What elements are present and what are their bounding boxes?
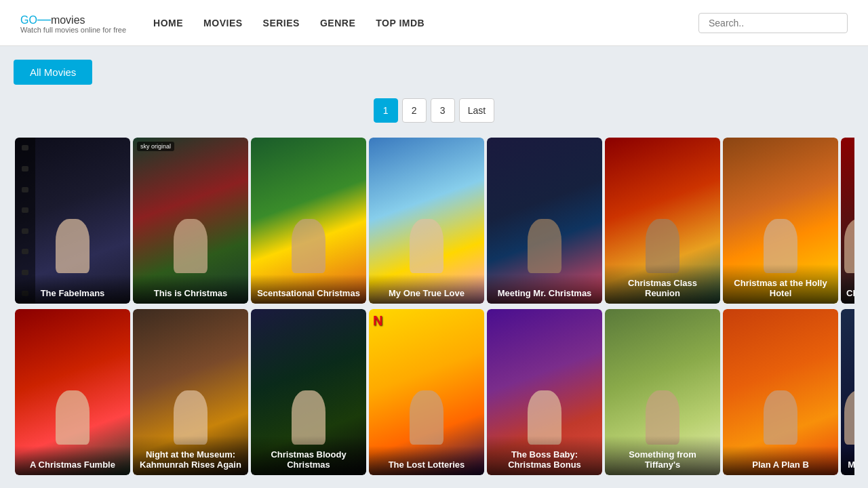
movie-card-kahmunrah-rises[interactable]: Night at the Museum: Kahmunrah Rises Aga… (133, 309, 248, 475)
movie-card-lost-lotteries[interactable]: NThe Lost Lotteries (369, 309, 484, 475)
movie-card-something-tiffanys[interactable]: Something from Tiffany's (605, 309, 720, 475)
movie-title-christmas-bloody: Christmas Bloody Christmas (251, 436, 366, 475)
all-movies-button[interactable]: All Movies (14, 60, 92, 85)
movie-card-my-one-true-love[interactable]: My One True Love (369, 138, 484, 304)
movie-card-partial-1[interactable]: Chris... (841, 138, 854, 304)
movie-grid: The Fabelmanssky originalThis is Christm… (14, 136, 854, 479)
movie-title-boss-baby-christmas: The Boss Baby: Christmas Bonus (487, 436, 602, 475)
movie-row-1: A Christmas FumbleNight at the Museum: K… (14, 308, 854, 476)
movie-title-something-tiffanys: Something from Tiffany's (605, 436, 720, 475)
page-2-button[interactable]: 2 (402, 98, 427, 123)
movie-title-partial-1: Chris... (841, 274, 854, 304)
sky-original-badge: sky original (137, 142, 174, 151)
nav-genre[interactable]: GENRE (320, 18, 355, 28)
movie-title-meeting-mr-christmas: Meeting Mr. Christmas (487, 274, 602, 304)
nav-series[interactable]: SERIES (263, 18, 300, 28)
movie-card-partial-2[interactable]: Mick... (841, 309, 854, 475)
page-last-button[interactable]: Last (459, 98, 494, 123)
movie-title-christmas-holly-hotel: Christmas at the Holly Hotel (723, 264, 838, 304)
header: GO—movies Watch full movies online for f… (0, 0, 868, 46)
movie-title-christmas-class-reunion: Christmas Class Reunion (605, 264, 720, 304)
nav-movies[interactable]: MOVIES (203, 18, 242, 28)
page-1-button[interactable]: 1 (374, 98, 398, 123)
netflix-badge: N (373, 313, 382, 329)
movie-card-boss-baby-christmas[interactable]: The Boss Baby: Christmas Bonus (487, 309, 602, 475)
logo-dash: — (37, 12, 51, 26)
movie-card-meeting-mr-christmas[interactable]: Meeting Mr. Christmas (487, 138, 602, 304)
movie-title-this-is-christmas: This is Christmas (133, 274, 248, 304)
movie-card-christmas-fumble[interactable]: A Christmas Fumble (15, 309, 130, 475)
movie-card-christmas-holly-hotel[interactable]: Christmas at the Holly Hotel (723, 138, 838, 304)
movie-title-partial-2: Mick... (841, 446, 854, 475)
main-content: All Movies 1 2 3 Last The Fabelmanssky o… (0, 46, 868, 488)
logo-movies: movies (51, 14, 85, 26)
movie-title-my-one-true-love: My One True Love (369, 274, 484, 304)
movie-card-scentsational-christmas[interactable]: Scentsational Christmas (251, 138, 366, 304)
movie-row-0: The Fabelmanssky originalThis is Christm… (14, 136, 854, 305)
movie-card-fabelmans[interactable]: The Fabelmans (15, 138, 130, 304)
movie-title-scentsational-christmas: Scentsational Christmas (251, 274, 366, 304)
logo[interactable]: GO—movies (20, 12, 126, 27)
logo-subtitle: Watch full movies online for free (20, 26, 126, 34)
movie-title-lost-lotteries: The Lost Lotteries (369, 446, 484, 475)
page-3-button[interactable]: 3 (431, 98, 455, 123)
pagination: 1 2 3 Last (14, 98, 854, 123)
movie-card-plan-a-plan-b[interactable]: Plan A Plan B (723, 309, 838, 475)
movie-title-fabelmans: The Fabelmans (15, 274, 130, 304)
main-nav: HOME MOVIES SERIES GENRE TOP IMDB (153, 18, 425, 28)
movie-title-kahmunrah-rises: Night at the Museum: Kahmunrah Rises Aga… (133, 436, 248, 475)
movie-title-plan-a-plan-b: Plan A Plan B (723, 446, 838, 475)
search-input[interactable] (698, 13, 848, 33)
nav-home[interactable]: HOME (153, 18, 183, 28)
logo-go: GO (20, 14, 37, 26)
movie-card-christmas-class-reunion[interactable]: Christmas Class Reunion (605, 138, 720, 304)
movie-title-christmas-fumble: A Christmas Fumble (15, 446, 130, 475)
movie-card-christmas-bloody[interactable]: Christmas Bloody Christmas (251, 309, 366, 475)
movie-card-this-is-christmas[interactable]: sky originalThis is Christmas (133, 138, 248, 304)
nav-top-imdb[interactable]: TOP IMDB (376, 18, 425, 28)
logo-area: GO—movies Watch full movies online for f… (20, 12, 126, 34)
